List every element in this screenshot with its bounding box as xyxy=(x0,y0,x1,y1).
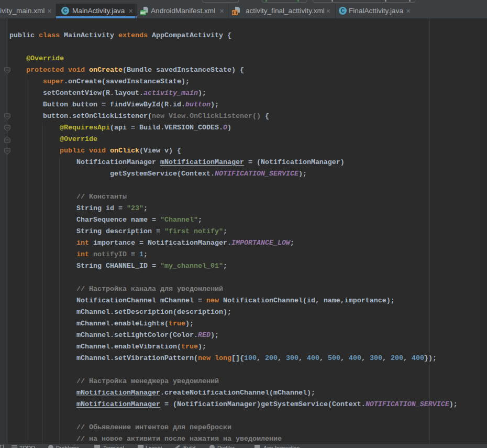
svg-text:MF: MF xyxy=(140,10,146,15)
